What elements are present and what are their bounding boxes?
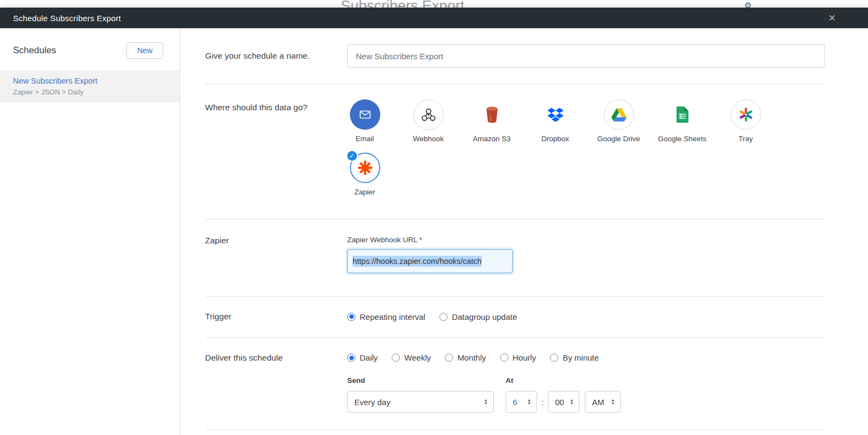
url-selected-text: https://hooks.zapier.com/hooks/catch <box>353 256 482 267</box>
close-icon[interactable]: ✕ <box>828 14 836 23</box>
trigger-label: Trigger <box>205 312 347 321</box>
schedules-sidebar: Schedules New New Subscribers Export Zap… <box>0 28 180 435</box>
modal-title: Schedule Subscribers Export <box>13 14 121 23</box>
destination-zapier[interactable]: ✓ Zapier <box>333 153 397 196</box>
destination-tray[interactable]: Tray <box>714 99 777 143</box>
email-icon <box>350 99 380 130</box>
destination-webhook[interactable]: Webhook <box>397 99 460 143</box>
sidebar-header: Schedules New <box>0 42 180 59</box>
destination-label: Where should this data go? <box>205 99 347 206</box>
destination-grid: Email <box>333 99 825 206</box>
radio-icon <box>392 354 400 362</box>
selected-check-icon: ✓ <box>346 150 358 162</box>
tray-icon <box>731 99 761 130</box>
radio-icon <box>550 354 558 362</box>
zapier-row: Zapier Zapier Webhook URL * https://hook… <box>205 219 825 297</box>
stepper-icon: ▲▼ <box>611 399 615 405</box>
zapier-icon: ✓ <box>350 153 380 183</box>
new-schedule-button[interactable]: New <box>126 42 163 59</box>
google-sheets-icon <box>667 99 698 130</box>
deliver-label: Deliver this schedule <box>205 353 347 413</box>
destination-dropbox[interactable]: Dropbox <box>524 99 587 143</box>
schedule-item-breadcrumb: Zapier > JSON > Daily <box>13 88 167 96</box>
deliver-option-weekly[interactable]: Weekly <box>392 353 431 362</box>
schedule-export-modal: Schedule Subscribers Export ✕ Schedules … <box>0 8 868 435</box>
radio-icon <box>445 354 453 362</box>
schedule-name-input[interactable] <box>347 44 825 68</box>
stepper-icon: ▲▼ <box>570 399 573 405</box>
page-title: Subscribers Export <box>341 0 464 8</box>
modal-body: Schedules New New Subscribers Export Zap… <box>0 28 868 435</box>
trigger-options: Repeating interval Datagroup update <box>347 312 825 321</box>
schedule-item-title[interactable]: New Subscribers Export <box>13 77 167 85</box>
webhook-icon <box>413 99 444 130</box>
deliver-option-monthly[interactable]: Monthly <box>445 353 486 362</box>
at-column: At 6 ▲▼ : 00 <box>506 376 621 413</box>
deliver-option-daily[interactable]: Daily <box>347 353 378 362</box>
radio-icon <box>347 354 355 362</box>
at-label: At <box>506 376 621 384</box>
hour-select[interactable]: 6 ▲▼ <box>506 391 537 413</box>
trigger-option-repeating-interval[interactable]: Repeating interval <box>347 312 425 321</box>
dropbox-icon <box>540 99 571 130</box>
schedule-form: Give your schedule a name. Where should … <box>180 28 868 435</box>
gear-icon[interactable]: ⚙ <box>744 1 751 8</box>
send-label: Send <box>347 376 494 384</box>
radio-icon <box>347 313 355 321</box>
deliver-row: Deliver this schedule Daily Weekly <box>205 338 825 430</box>
time-separator: : <box>541 398 544 407</box>
minute-select[interactable]: 00 ▲▼ <box>548 391 579 413</box>
send-at-block: Send Every day ▲▼ At <box>347 376 825 413</box>
zapier-webhook-url-input[interactable]: https://hooks.zapier.com/hooks/catch <box>347 249 513 273</box>
meridiem-select[interactable]: AM ▲▼ <box>585 391 621 413</box>
zapier-webhook-url-label: Zapier Webhook URL * <box>347 236 825 244</box>
deliver-frequency-options: Daily Weekly Monthly Hourly <box>347 353 825 362</box>
name-row: Give your schedule a name. <box>205 28 825 84</box>
name-label: Give your schedule a name. <box>205 51 347 61</box>
radio-icon <box>500 354 508 362</box>
destination-row: Where should this data go? Email <box>205 84 825 219</box>
radio-icon <box>439 313 448 321</box>
destination-amazon-s3[interactable]: Amazon S3 <box>460 99 524 143</box>
stepper-icon: ▲▼ <box>527 399 531 405</box>
amazon-s3-icon <box>477 99 507 130</box>
stepper-icon: ▲▼ <box>484 399 488 405</box>
trigger-option-datagroup-update[interactable]: Datagroup update <box>439 312 517 321</box>
send-select[interactable]: Every day ▲▼ <box>347 391 494 413</box>
send-column: Send Every day ▲▼ <box>347 376 494 413</box>
deliver-option-hourly[interactable]: Hourly <box>500 353 536 362</box>
destination-google-sheets[interactable]: Google Sheets <box>650 99 714 143</box>
background-page: Subscribers Export ⚙ <box>0 0 868 8</box>
destination-email[interactable]: Email <box>333 99 397 143</box>
sidebar-heading: Schedules <box>13 45 56 56</box>
schedule-list-item[interactable]: New Subscribers Export Zapier > JSON > D… <box>0 71 180 103</box>
google-drive-icon <box>604 99 634 130</box>
destination-google-drive[interactable]: Google Drive <box>587 99 650 143</box>
trigger-row: Trigger Repeating interval Datagroup upd… <box>205 297 825 338</box>
modal-header: Schedule Subscribers Export ✕ <box>0 8 868 28</box>
zapier-section-label: Zapier <box>205 236 347 273</box>
deliver-option-by-minute[interactable]: By minute <box>550 353 599 362</box>
